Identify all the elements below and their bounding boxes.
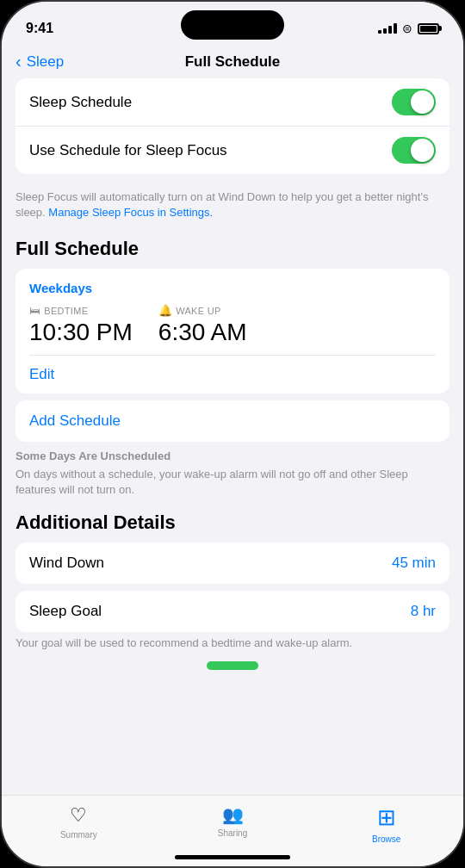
toggles-card: Sleep Schedule Use Schedule for Sleep Fo… [16, 78, 450, 174]
full-schedule-title: Full Schedule [16, 238, 450, 260]
schedule-times: 🛏 BEDTIME 10:30 PM 🔔 WAKE UP 6:30 AM [29, 304, 436, 346]
home-indicator [175, 855, 290, 859]
sleep-schedule-label: Sleep Schedule [29, 94, 132, 111]
use-focus-label: Use Schedule for Sleep Focus [29, 142, 227, 159]
unscheduled-title: Some Days Are Unscheduled [16, 449, 450, 464]
wakeup-block: 🔔 WAKE UP 6:30 AM [158, 304, 247, 346]
bed-icon: 🛏 [29, 304, 40, 317]
browse-tab-label: Browse [372, 834, 400, 844]
status-icons: ⊜ [378, 22, 439, 35]
sharing-icon: 👥 [222, 804, 244, 825]
signal-icon [378, 23, 397, 34]
add-schedule-button[interactable]: Add Schedule [16, 400, 450, 442]
sleep-goal-row[interactable]: Sleep Goal 8 hr [16, 591, 450, 632]
use-focus-row: Use Schedule for Sleep Focus [16, 127, 450, 174]
sleep-goal-helper: Your goal will be used to recommend a be… [16, 636, 450, 651]
wind-down-value: 45 min [392, 555, 436, 572]
weekdays-card: Weekdays 🛏 BEDTIME 10:30 PM 🔔 WAKE UP [16, 269, 450, 394]
wind-down-row[interactable]: Wind Down 45 min [16, 542, 450, 584]
wakeup-value: 6:30 AM [158, 319, 247, 346]
summary-tab-label: Summary [60, 830, 97, 840]
wakeup-label: 🔔 WAKE UP [158, 304, 247, 317]
tab-sharing[interactable]: 👥 Sharing [156, 804, 310, 838]
edit-button[interactable]: Edit [16, 356, 450, 394]
sharing-tab-label: Sharing [218, 828, 247, 838]
toggle-thumb [411, 90, 434, 114]
unscheduled-notice: Some Days Are Unscheduled On days withou… [16, 449, 450, 498]
bottom-indicator [207, 661, 258, 670]
use-focus-toggle[interactable] [392, 137, 436, 164]
page-title: Full Schedule [185, 53, 281, 71]
sleep-goal-value: 8 hr [411, 603, 436, 620]
weekdays-label: Weekdays [29, 281, 436, 295]
wind-down-label: Wind Down [29, 555, 104, 572]
sleep-goal-label: Sleep Goal [29, 603, 102, 620]
battery-icon [418, 23, 439, 34]
manage-focus-link[interactable]: Manage Sleep Focus in Settings. [48, 206, 213, 219]
wifi-icon: ⊜ [402, 22, 412, 35]
schedule-header: Weekdays 🛏 BEDTIME 10:30 PM 🔔 WAKE UP [16, 269, 450, 355]
toggle-thumb-2 [411, 139, 434, 162]
dynamic-island [181, 10, 284, 40]
sleep-schedule-toggle-wrapper [392, 89, 436, 115]
tab-summary[interactable]: ♡ Summary [2, 804, 156, 840]
focus-helper-text: Sleep Focus will automatically turn on a… [16, 184, 450, 231]
sleep-schedule-toggle[interactable] [392, 89, 436, 115]
back-button[interactable]: ‹ Sleep [16, 52, 64, 71]
back-chevron-icon: ‹ [16, 52, 22, 71]
heart-icon: ♡ [70, 804, 87, 827]
phone-frame: 9:41 ⊜ ‹ Sleep Full Schedule Sleep Sched… [0, 0, 465, 868]
bedtime-value: 10:30 PM [29, 319, 133, 346]
navigation-bar: ‹ Sleep Full Schedule [2, 45, 463, 78]
additional-details-title: Additional Details [16, 512, 450, 534]
browse-icon: ⊞ [377, 804, 396, 831]
back-label: Sleep [27, 53, 64, 71]
bedtime-label: 🛏 BEDTIME [29, 304, 133, 317]
sleep-schedule-row: Sleep Schedule [16, 78, 450, 127]
bedtime-block: 🛏 BEDTIME 10:30 PM [29, 304, 133, 346]
alarm-icon: 🔔 [158, 304, 172, 317]
tab-browse[interactable]: ⊞ Browse [309, 804, 463, 844]
unscheduled-body: On days without a schedule, your wake-up… [16, 468, 408, 496]
status-time: 9:41 [26, 21, 53, 36]
scroll-content: Sleep Schedule Use Schedule for Sleep Fo… [2, 78, 463, 789]
